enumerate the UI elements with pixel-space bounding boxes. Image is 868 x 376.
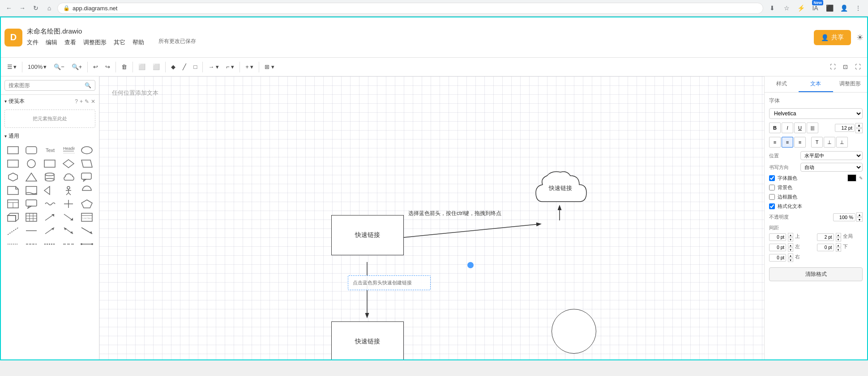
spacing-top-input[interactable] <box>769 233 786 241</box>
shape-line3[interactable] <box>42 225 58 237</box>
undo-btn[interactable]: ↩ <box>90 62 101 72</box>
download-icon[interactable]: ⬇ <box>766 2 778 14</box>
extensions-icon[interactable]: ⚡ <box>795 2 807 14</box>
zoom-out-btn[interactable]: 🔍− <box>51 62 67 72</box>
shape-list[interactable]: List Item <box>79 211 95 223</box>
line-color-btn[interactable]: ╱ <box>180 62 189 72</box>
connection-style-btn[interactable]: → ▾ <box>205 62 222 72</box>
sidebar-toggle-btn[interactable]: ☰ ▾ <box>4 62 19 72</box>
restore-btn[interactable]: ⊡ <box>840 62 851 72</box>
redo-btn[interactable]: ↪ <box>103 62 113 72</box>
shape-speech-bubble[interactable] <box>79 171 95 183</box>
opacity-up-btn[interactable]: ▲ <box>856 212 863 217</box>
shape-wavy[interactable] <box>42 198 58 210</box>
shape-arrow-diag2[interactable] <box>60 211 77 223</box>
menu-other[interactable]: 其它 <box>114 38 125 47</box>
back-button[interactable]: ← <box>4 3 14 13</box>
help-icon[interactable]: ? <box>75 98 78 105</box>
panel-header-notepad[interactable]: ▾ 便笺本 ? + ✎ ✕ <box>1 95 99 108</box>
shape-table[interactable] <box>4 198 21 210</box>
shape-rect2[interactable] <box>4 158 21 169</box>
add-panel-icon[interactable]: + <box>80 98 83 105</box>
spacing-bottom-up[interactable]: ▲ <box>836 243 841 247</box>
ia-extension-btn[interactable]: IA New <box>809 2 821 14</box>
shape-rect3[interactable] <box>42 158 58 169</box>
font-color-checkbox[interactable] <box>769 175 775 181</box>
diagram-box-1[interactable]: 快速链接 <box>331 215 404 255</box>
address-bar[interactable]: 🔒 app.diagrams.net <box>57 3 763 14</box>
spacing-left-input[interactable] <box>769 244 786 251</box>
menu-arrange[interactable]: 调整图形 <box>83 38 107 47</box>
align-left-btn[interactable]: ≡ <box>769 137 781 148</box>
tab-text[interactable]: 文本 <box>799 76 833 92</box>
shape-note[interactable] <box>4 185 21 196</box>
shape-arrow-diag[interactable] <box>42 211 58 223</box>
shape-hexagon[interactable] <box>4 171 21 183</box>
shape-connector[interactable] <box>79 238 95 250</box>
font-size-down-btn[interactable]: ▼ <box>855 128 863 133</box>
font-color-edit-btn[interactable]: ✎ <box>859 176 863 181</box>
shape-rect[interactable] <box>4 144 21 156</box>
zoom-in-btn[interactable]: 🔍+ <box>69 62 85 72</box>
font-color-swatch[interactable] <box>847 174 856 182</box>
opacity-input[interactable] <box>833 213 855 221</box>
shape-pentagon[interactable] <box>79 198 95 210</box>
spacing-global-down[interactable]: ▼ <box>836 237 841 241</box>
shape-dash3[interactable] <box>42 238 58 250</box>
shape-callout[interactable] <box>23 198 39 210</box>
shape-dash2[interactable] <box>23 238 39 250</box>
settings-icon[interactable]: ☀ <box>856 33 864 42</box>
spacing-top-down[interactable]: ▼ <box>788 237 793 241</box>
formatted-text-checkbox[interactable] <box>769 203 775 209</box>
shape-line4[interactable] <box>60 225 77 237</box>
italic-btn[interactable]: I <box>782 123 793 133</box>
spacing-global-input[interactable] <box>817 233 834 241</box>
shape-rect-rounded[interactable] <box>23 144 39 156</box>
shape-diamond[interactable] <box>60 158 77 169</box>
align-center-btn[interactable]: ≡ <box>782 137 793 148</box>
close-panel-icon[interactable]: ✕ <box>91 98 95 105</box>
diagram-cloud[interactable]: 快速链接 <box>529 166 592 211</box>
menu-help[interactable]: 帮助 <box>133 38 144 47</box>
diagram-box-2[interactable]: 快速链接 <box>331 321 404 359</box>
paste-style-btn[interactable]: ⬜ <box>150 62 162 72</box>
shape-doc[interactable] <box>23 185 39 196</box>
account-icon[interactable]: 👤 <box>838 2 850 14</box>
menu-icon[interactable]: ⋮ <box>852 2 864 14</box>
google-apps-icon[interactable]: ⬛ <box>823 2 836 14</box>
shape-triangle[interactable] <box>23 171 39 183</box>
shape-text[interactable]: Text <box>42 144 58 156</box>
tab-arrange[interactable]: 调整图形 <box>833 76 867 92</box>
menu-edit[interactable]: 编辑 <box>46 38 57 47</box>
font-size-up-btn[interactable]: ▲ <box>855 123 863 128</box>
canvas-area[interactable]: 任何位置添加文本 快速链接 快速链接 <box>99 76 764 359</box>
tab-style[interactable]: 样式 <box>765 76 799 92</box>
shape-cross[interactable] <box>60 198 77 210</box>
shape-grid[interactable] <box>23 211 39 223</box>
spacing-left-down[interactable]: ▼ <box>788 248 793 252</box>
add-btn[interactable]: + ▾ <box>243 62 256 72</box>
spacing-right-up[interactable]: ▲ <box>788 253 793 258</box>
fullscreen-btn[interactable]: ⛶ <box>852 62 864 72</box>
shape-dash4[interactable] <box>60 238 77 250</box>
shape-dash1[interactable] <box>4 238 21 250</box>
zoom-control[interactable]: 100% ▾ <box>25 62 49 72</box>
table-btn[interactable]: ⊞ ▾ <box>262 62 277 72</box>
valign-middle-btn[interactable]: ⊥ <box>824 137 835 148</box>
shape-cylinder[interactable] <box>42 171 58 183</box>
border-color-checkbox[interactable] <box>769 194 775 200</box>
delete-btn[interactable]: 🗑 <box>119 62 130 72</box>
shape-circle[interactable] <box>23 158 39 169</box>
blue-dot[interactable] <box>467 262 474 268</box>
spacing-left-up[interactable]: ▲ <box>788 243 793 247</box>
refresh-button[interactable]: ↻ <box>30 3 41 13</box>
shape-cloud[interactable] <box>60 171 77 183</box>
spacing-right-input[interactable] <box>769 254 786 262</box>
search-input[interactable] <box>9 82 83 89</box>
shape-parallelogram[interactable] <box>79 158 95 169</box>
writing-dir-select[interactable]: 自动 <box>800 163 863 172</box>
opacity-down-btn[interactable]: ▼ <box>856 217 863 222</box>
spacing-right-down[interactable]: ▼ <box>788 258 793 262</box>
shape-line2[interactable] <box>23 225 39 237</box>
copy-style-btn[interactable]: ⬜ <box>136 62 148 72</box>
